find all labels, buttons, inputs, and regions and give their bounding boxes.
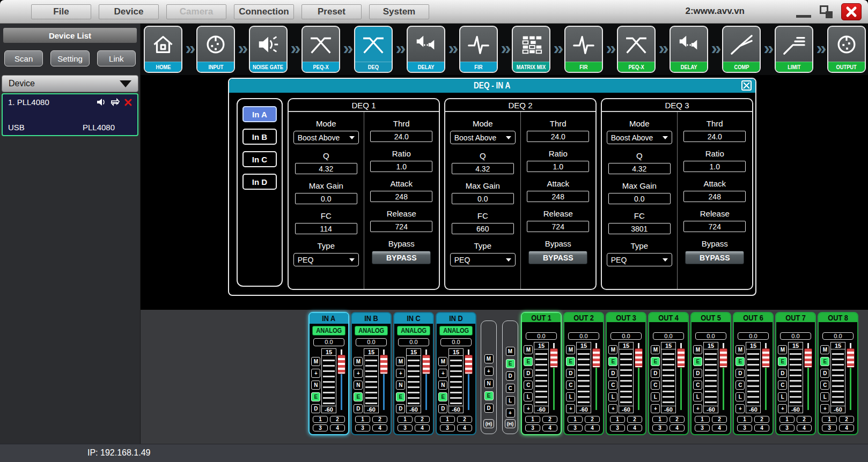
strip-button-D[interactable]: D	[778, 369, 787, 378]
strip-button-E[interactable]: E	[693, 357, 702, 366]
routing-button-2[interactable]: 2	[457, 416, 472, 423]
channel-strip-out-4[interactable]: OUT 40.0MEDCL+15-601234	[648, 312, 689, 435]
strip-button-E[interactable]: E	[778, 357, 787, 366]
gain-value-field[interactable]: 0.0	[780, 332, 811, 340]
strip-button-+[interactable]: +	[524, 404, 533, 413]
toolbar-item-home[interactable]: HOME	[144, 26, 182, 73]
channel-strip-in-a[interactable]: IN AANALOG0.0M+NED15-601234	[308, 312, 349, 435]
routing-button-1[interactable]: 1	[822, 416, 837, 423]
q-value-field[interactable]: 4.32	[452, 163, 514, 174]
max_gain-value-field[interactable]: 0.0	[452, 193, 514, 204]
fader-handle[interactable]	[550, 348, 558, 368]
gain-value-field[interactable]: 0.0	[526, 332, 557, 340]
routing-button-4[interactable]: 4	[670, 424, 685, 431]
routing-button-1[interactable]: 1	[652, 416, 667, 423]
gain-value-field[interactable]: 0.0	[398, 338, 429, 346]
channel-fader[interactable]	[464, 348, 474, 413]
toolbar-item-comp[interactable]: COMP	[722, 26, 761, 73]
routing-button-4[interactable]: 4	[372, 424, 387, 431]
channel-fader[interactable]	[761, 342, 771, 413]
channel-fader[interactable]	[803, 342, 814, 413]
ratio-value-field[interactable]: 1.0	[683, 161, 746, 172]
strip-button-M[interactable]: M	[651, 345, 660, 354]
channel-strip-out-5[interactable]: OUT 50.0MEDCL+15-601234	[690, 312, 731, 435]
setting-button[interactable]: Setting	[50, 50, 89, 66]
strip-button-D[interactable]: D	[396, 404, 405, 413]
menu-preset[interactable]: Preset	[301, 4, 362, 19]
strip-button-E[interactable]: E	[735, 357, 745, 366]
fader-handle[interactable]	[465, 355, 473, 374]
strip-button-E[interactable]: E	[396, 392, 405, 401]
device-dropdown[interactable]: Device	[2, 75, 138, 92]
q-value-field[interactable]: 4.32	[608, 163, 671, 174]
attack-value-field[interactable]: 248	[370, 191, 432, 202]
strip-button-+[interactable]: +	[651, 404, 660, 413]
strip-button-D[interactable]: D	[608, 369, 617, 378]
routing-button-2[interactable]: 2	[712, 416, 727, 423]
routing-button-2[interactable]: 2	[754, 416, 769, 423]
strip-button-M[interactable]: M	[311, 357, 320, 366]
strip-button-E[interactable]: E	[438, 392, 447, 401]
strip-button-+[interactable]: +	[693, 404, 702, 413]
thrd-value-field[interactable]: 24.0	[527, 131, 589, 142]
fader-handle[interactable]	[847, 348, 855, 368]
strip-button-L[interactable]: L	[524, 392, 533, 401]
attack-value-field[interactable]: 248	[527, 191, 589, 202]
strip-button-+[interactable]: +	[820, 404, 829, 413]
fader-handle[interactable]	[804, 348, 812, 368]
strip-button-M[interactable]: M	[735, 345, 745, 354]
release-value-field[interactable]: 724	[683, 221, 746, 232]
routing-button-1[interactable]: 1	[398, 416, 413, 423]
tab-in-b[interactable]: In B	[242, 129, 277, 145]
routing-button-2[interactable]: 2	[839, 416, 854, 423]
master-button-C[interactable]: C	[506, 384, 515, 393]
strip-button-M[interactable]: M	[778, 345, 787, 354]
strip-button-E[interactable]: E	[820, 357, 829, 366]
routing-button-2[interactable]: 2	[330, 416, 345, 423]
routing-button-1[interactable]: 1	[695, 416, 710, 423]
link-channels-icon[interactable]: (H)	[483, 419, 494, 428]
master-button-D[interactable]: D	[484, 404, 494, 413]
routing-button-3[interactable]: 3	[779, 424, 795, 431]
channel-strip-in-c[interactable]: IN CANALOG0.0M+NED15-601234	[393, 312, 434, 435]
master-button-N[interactable]: N	[484, 379, 494, 388]
q-value-field[interactable]: 4.32	[295, 163, 357, 174]
strip-button-C[interactable]: C	[524, 381, 533, 390]
fc-value-field[interactable]: 114	[295, 223, 357, 234]
channel-fader[interactable]	[379, 348, 389, 413]
max_gain-value-field[interactable]: 0.0	[295, 193, 357, 204]
toolbar-item-matrix-mix[interactable]: MATRIX MIX	[512, 26, 550, 73]
toolbar-item-delay[interactable]: DELAY	[670, 26, 708, 73]
strip-button-+[interactable]: +	[566, 404, 575, 413]
strip-button-E[interactable]: E	[354, 392, 363, 401]
routing-button-4[interactable]: 4	[797, 424, 812, 431]
strip-button-M[interactable]: M	[524, 345, 533, 354]
ratio-value-field[interactable]: 1.0	[527, 161, 589, 172]
strip-button-D[interactable]: D	[354, 404, 363, 413]
routing-button-4[interactable]: 4	[585, 424, 600, 431]
max_gain-value-field[interactable]: 0.0	[608, 193, 671, 204]
gain-value-field[interactable]: 0.0	[440, 338, 472, 346]
dialog-close-icon[interactable]	[741, 80, 752, 91]
strip-button-N[interactable]: N	[311, 381, 320, 390]
routing-button-4[interactable]: 4	[457, 424, 472, 431]
master-button-M[interactable]: M	[506, 347, 515, 356]
tab-in-d[interactable]: In D	[242, 174, 277, 190]
routing-button-1[interactable]: 1	[355, 416, 370, 423]
attack-value-field[interactable]: 248	[683, 191, 746, 202]
type-dropdown[interactable]: PEQ	[607, 253, 672, 266]
routing-button-3[interactable]: 3	[737, 424, 752, 431]
routing-button-1[interactable]: 1	[779, 416, 795, 423]
close-icon[interactable]	[841, 3, 862, 20]
routing-button-1[interactable]: 1	[568, 416, 583, 423]
menu-system[interactable]: System	[369, 4, 429, 19]
strip-button-+[interactable]: +	[735, 404, 745, 413]
channel-fader[interactable]	[634, 342, 644, 413]
strip-button-L[interactable]: L	[820, 392, 829, 401]
strip-button-E[interactable]: E	[566, 357, 575, 366]
master-button-+[interactable]: +	[506, 408, 515, 418]
routing-button-3[interactable]: 3	[695, 424, 710, 431]
channel-strip-out-6[interactable]: OUT 60.0MEDCL+15-601234	[733, 312, 774, 435]
release-value-field[interactable]: 724	[370, 221, 432, 232]
release-value-field[interactable]: 724	[527, 221, 589, 232]
